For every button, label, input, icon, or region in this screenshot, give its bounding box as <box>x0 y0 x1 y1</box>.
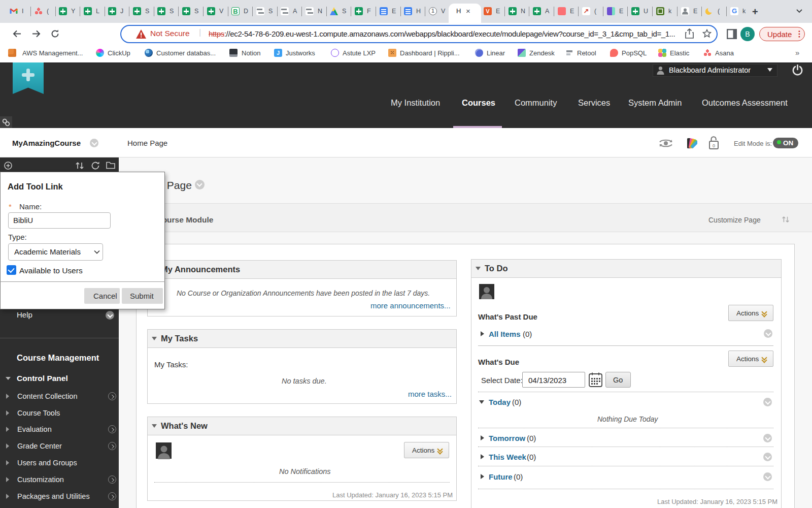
svg-text:0: 0 <box>713 143 715 148</box>
